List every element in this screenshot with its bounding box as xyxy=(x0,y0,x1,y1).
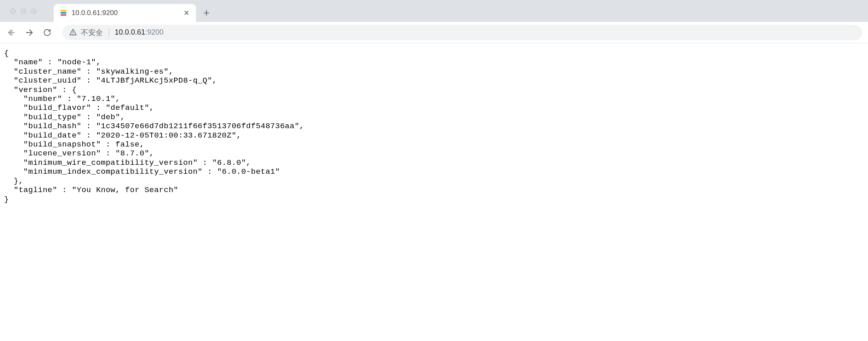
address-url: 10.0.0.61:9200 xyxy=(115,28,164,37)
window-close-button[interactable] xyxy=(10,8,16,14)
browser-tab[interactable]: 10.0.0.61:9200 ✕ xyxy=(54,4,196,22)
json-build-hash: 1c34507e66d7db1211f66f3513706fdf548736aa xyxy=(101,122,294,131)
json-build-date: 2020-12-05T01:00:33.671820Z xyxy=(101,131,231,140)
json-build-type: deb xyxy=(101,113,116,122)
json-min-index-compat: 6.0.0-beta1 xyxy=(222,167,275,176)
json-build-snapshot: false xyxy=(116,140,140,149)
back-button[interactable] xyxy=(6,28,17,37)
address-bar[interactable]: 不安全 10.0.0.61:9200 xyxy=(63,25,862,40)
tabs-container: 10.0.0.61:9200 ✕ + xyxy=(54,0,209,22)
window-controls xyxy=(10,8,37,14)
json-name: node-1 xyxy=(62,58,91,67)
tab-close-icon[interactable]: ✕ xyxy=(182,9,190,17)
json-min-wire-compat: 6.8.0 xyxy=(217,158,242,167)
forward-button[interactable] xyxy=(24,28,35,37)
window-maximize-button[interactable] xyxy=(31,8,37,14)
address-port: :9200 xyxy=(145,28,164,36)
response-body: { "name" : "node-1", "cluster_name" : "s… xyxy=(0,43,868,210)
insecure-label: 不安全 xyxy=(81,28,103,37)
json-version-number: 7.10.1 xyxy=(81,94,110,103)
tab-title: 10.0.0.61:9200 xyxy=(72,9,178,17)
browser-toolbar: 不安全 10.0.0.61:9200 xyxy=(0,22,868,43)
address-host: 10.0.0.61 xyxy=(115,28,145,36)
json-lucene-version: 8.7.0 xyxy=(120,149,145,158)
reload-button[interactable] xyxy=(41,28,53,37)
svg-rect-4 xyxy=(73,34,74,35)
elasticsearch-favicon-icon xyxy=(59,9,68,17)
new-tab-button[interactable]: + xyxy=(203,7,209,18)
window-minimize-button[interactable] xyxy=(20,8,26,14)
insecure-warning-icon xyxy=(69,28,77,36)
svg-rect-3 xyxy=(73,31,74,33)
json-tagline: You Know, for Search xyxy=(77,186,174,195)
address-separator xyxy=(109,28,109,37)
json-build-flavor: default xyxy=(111,103,144,112)
json-cluster-name: skywalking-es xyxy=(101,67,164,76)
json-cluster-uuid: 4LTJBfjARLKcj5xPD8-q_Q xyxy=(101,76,207,85)
tab-strip: 10.0.0.61:9200 ✕ + xyxy=(0,0,868,22)
